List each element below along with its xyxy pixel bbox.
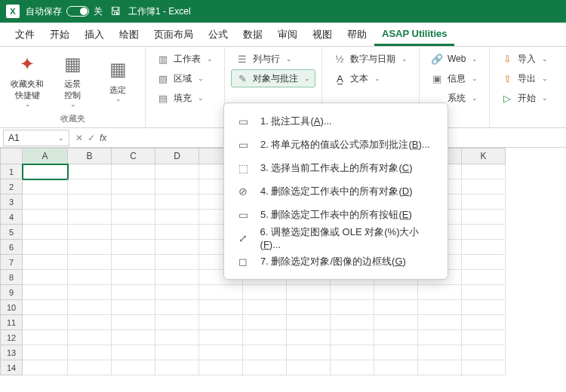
row-header[interactable]: 13 xyxy=(0,345,23,360)
cell[interactable] xyxy=(68,240,112,255)
cell[interactable] xyxy=(155,194,199,210)
cell[interactable] xyxy=(112,330,155,345)
cell[interactable] xyxy=(243,360,287,375)
cell[interactable] xyxy=(374,300,418,315)
cell[interactable] xyxy=(112,225,155,240)
cell[interactable] xyxy=(199,315,243,330)
cell[interactable] xyxy=(331,360,374,375)
cell[interactable] xyxy=(418,330,462,345)
cell[interactable] xyxy=(112,345,155,360)
row-header[interactable]: 10 xyxy=(0,300,23,315)
cell[interactable] xyxy=(199,300,243,315)
cell[interactable] xyxy=(287,300,331,315)
tab-file[interactable]: 文件 xyxy=(8,23,42,46)
cell[interactable] xyxy=(462,315,506,330)
row-header[interactable]: 1 xyxy=(0,164,23,179)
tab-layout[interactable]: 页面布局 xyxy=(146,23,201,46)
cell[interactable] xyxy=(68,255,112,270)
cell[interactable] xyxy=(23,315,68,330)
cell[interactable] xyxy=(331,285,374,300)
cell[interactable] xyxy=(23,194,68,210)
dropdown-item[interactable]: ▭2. 将单元格的值或公式添加到批注(B)... xyxy=(224,133,448,156)
cell[interactable] xyxy=(462,240,506,255)
cell[interactable] xyxy=(155,270,199,285)
columns-rows-button[interactable]: ☰列与行⌄ xyxy=(231,50,315,68)
cell[interactable] xyxy=(155,240,199,255)
column-header[interactable]: A xyxy=(23,148,68,164)
cell[interactable] xyxy=(462,300,506,315)
cell[interactable] xyxy=(199,345,243,360)
dropdown-item[interactable]: ▭5. 删除选定工作表中的所有按钮(E) xyxy=(224,203,448,226)
cell[interactable] xyxy=(287,330,331,345)
cell[interactable] xyxy=(462,179,506,194)
worksheet-button[interactable]: ▥工作表⌄ xyxy=(152,50,218,68)
cell[interactable] xyxy=(155,315,199,330)
cell[interactable] xyxy=(462,360,506,375)
cell[interactable] xyxy=(331,345,374,360)
cell[interactable] xyxy=(112,179,155,194)
cell[interactable] xyxy=(462,330,506,345)
column-header[interactable]: K xyxy=(462,148,506,164)
text-button[interactable]: A̲文本⌄ xyxy=(328,69,413,87)
vision-control-button[interactable]: ▦远景 控制⌄ xyxy=(51,50,94,112)
cell[interactable] xyxy=(23,164,68,179)
cell[interactable] xyxy=(287,345,331,360)
dropdown-item[interactable]: ▭1. 批注工具(A)... xyxy=(224,109,448,133)
cell[interactable] xyxy=(374,330,418,345)
cell[interactable] xyxy=(112,315,155,330)
cell[interactable] xyxy=(68,194,112,210)
dropdown-item[interactable]: ◻7. 删除选定对象/图像的边框线(G) xyxy=(224,250,448,273)
cell[interactable] xyxy=(112,210,155,225)
cell[interactable] xyxy=(112,285,155,300)
numbers-dates-button[interactable]: ½数字与日期⌄ xyxy=(328,50,413,68)
cell[interactable] xyxy=(68,285,112,300)
tab-data[interactable]: 数据 xyxy=(235,23,270,46)
cell[interactable] xyxy=(23,300,68,315)
autosave-toggle[interactable]: 自动保存 关 xyxy=(26,5,103,18)
select-all-corner[interactable] xyxy=(0,148,23,164)
export-button[interactable]: ⇧导出⌄ xyxy=(496,69,553,87)
info-button[interactable]: ▣信息⌄ xyxy=(426,69,483,87)
cell[interactable] xyxy=(199,285,243,300)
cell[interactable] xyxy=(287,315,331,330)
cell[interactable] xyxy=(155,300,199,315)
dropdown-item[interactable]: ⬚3. 选择当前工作表上的所有对象(C) xyxy=(224,156,448,179)
column-header[interactable]: C xyxy=(112,148,155,164)
cell[interactable] xyxy=(112,255,155,270)
row-header[interactable]: 6 xyxy=(0,240,23,255)
row-header[interactable]: 4 xyxy=(0,210,23,225)
cell[interactable] xyxy=(155,210,199,225)
cell[interactable] xyxy=(331,315,374,330)
name-box[interactable]: A1⌄ xyxy=(3,130,69,146)
cell[interactable] xyxy=(199,360,243,375)
fx-icon[interactable]: fx xyxy=(100,133,106,143)
cell[interactable] xyxy=(112,360,155,375)
range-button[interactable]: ▧区域⌄ xyxy=(152,69,218,87)
cell[interactable] xyxy=(68,345,112,360)
cell[interactable] xyxy=(418,360,462,375)
objects-comments-button[interactable]: ✎对象与批注⌄ xyxy=(231,69,315,87)
row-header[interactable]: 8 xyxy=(0,270,23,285)
cell[interactable] xyxy=(287,285,331,300)
tab-view[interactable]: 视图 xyxy=(305,23,340,46)
cell[interactable] xyxy=(68,270,112,285)
cell[interactable] xyxy=(462,164,506,179)
cell[interactable] xyxy=(418,300,462,315)
cancel-icon[interactable]: ✕ xyxy=(75,133,83,143)
cell[interactable] xyxy=(23,345,68,360)
cell[interactable] xyxy=(68,225,112,240)
cell[interactable] xyxy=(155,360,199,375)
cell[interactable] xyxy=(155,285,199,300)
cell[interactable] xyxy=(462,285,506,300)
tab-insert[interactable]: 插入 xyxy=(77,23,112,46)
cell[interactable] xyxy=(23,240,68,255)
cell[interactable] xyxy=(243,300,287,315)
cell[interactable] xyxy=(374,345,418,360)
cell[interactable] xyxy=(418,345,462,360)
favorites-button[interactable]: ✦收藏夹和 快捷键⌄ xyxy=(6,50,48,112)
confirm-icon[interactable]: ✓ xyxy=(88,133,95,143)
import-button[interactable]: ⇩导入⌄ xyxy=(496,50,553,68)
cell[interactable] xyxy=(331,330,374,345)
row-header[interactable]: 3 xyxy=(0,194,23,210)
cell[interactable] xyxy=(374,360,418,375)
